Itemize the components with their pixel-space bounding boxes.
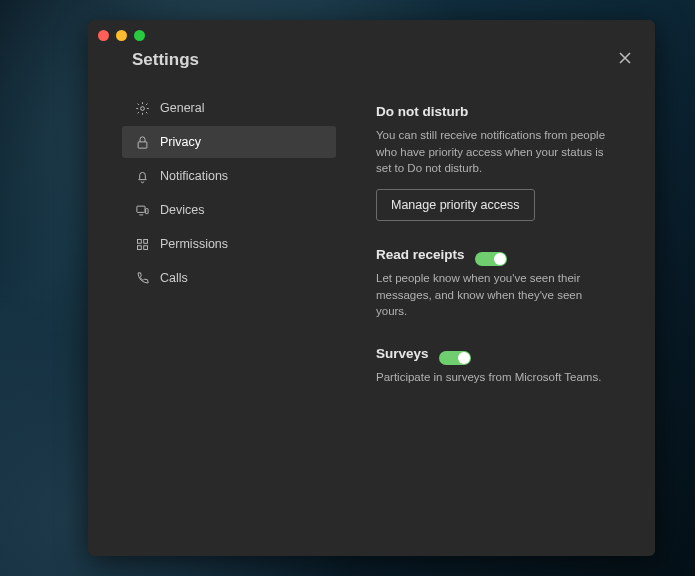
nav-label: General — [160, 101, 204, 115]
nav-label: Privacy — [160, 135, 201, 149]
read-receipts-title: Read receipts — [376, 247, 465, 262]
devices-icon — [134, 202, 150, 218]
phone-icon — [134, 270, 150, 286]
nav-permissions[interactable]: Permissions — [122, 228, 336, 260]
svg-rect-11 — [143, 239, 147, 243]
settings-modal: Settings General Privacy Notifications D… — [88, 20, 655, 556]
dnd-section: Do not disturb You can still receive not… — [376, 102, 615, 221]
gear-icon — [134, 100, 150, 116]
window-traffic-lights — [98, 30, 145, 41]
read-receipts-section: Read receipts Let people know when you'v… — [376, 247, 615, 320]
dnd-description: You can still receive notifications from… — [376, 127, 615, 177]
nav-label: Permissions — [160, 237, 228, 251]
lock-icon — [134, 134, 150, 150]
close-icon[interactable] — [617, 50, 633, 66]
nav-label: Calls — [160, 271, 188, 285]
nav-label: Notifications — [160, 169, 228, 183]
nav-general[interactable]: General — [122, 92, 336, 124]
nav-calls[interactable]: Calls — [122, 262, 336, 294]
read-receipts-description: Let people know when you've seen their m… — [376, 270, 615, 320]
nav-devices[interactable]: Devices — [122, 194, 336, 226]
surveys-title: Surveys — [376, 346, 429, 361]
manage-priority-access-button[interactable]: Manage priority access — [376, 189, 535, 221]
surveys-toggle[interactable] — [439, 351, 471, 365]
dnd-title: Do not disturb — [376, 104, 468, 119]
svg-rect-10 — [137, 239, 141, 243]
svg-rect-7 — [138, 141, 147, 147]
traffic-maximize[interactable] — [134, 30, 145, 41]
traffic-minimize[interactable] — [116, 30, 127, 41]
grid-icon — [134, 236, 150, 252]
svg-rect-9 — [145, 208, 148, 213]
settings-title: Settings — [132, 50, 199, 70]
nav-privacy[interactable]: Privacy — [122, 126, 336, 158]
surveys-section: Surveys Participate in surveys from Micr… — [376, 346, 615, 386]
svg-rect-12 — [137, 245, 141, 249]
surveys-description: Participate in surveys from Microsoft Te… — [376, 369, 615, 386]
bell-icon — [134, 168, 150, 184]
settings-nav: General Privacy Notifications Devices Pe… — [122, 92, 336, 296]
read-receipts-toggle[interactable] — [475, 252, 507, 266]
traffic-close[interactable] — [98, 30, 109, 41]
nav-notifications[interactable]: Notifications — [122, 160, 336, 192]
settings-content: Do not disturb You can still receive not… — [376, 102, 615, 412]
svg-rect-8 — [136, 206, 144, 212]
svg-rect-13 — [143, 245, 147, 249]
nav-label: Devices — [160, 203, 204, 217]
svg-point-6 — [140, 106, 144, 110]
